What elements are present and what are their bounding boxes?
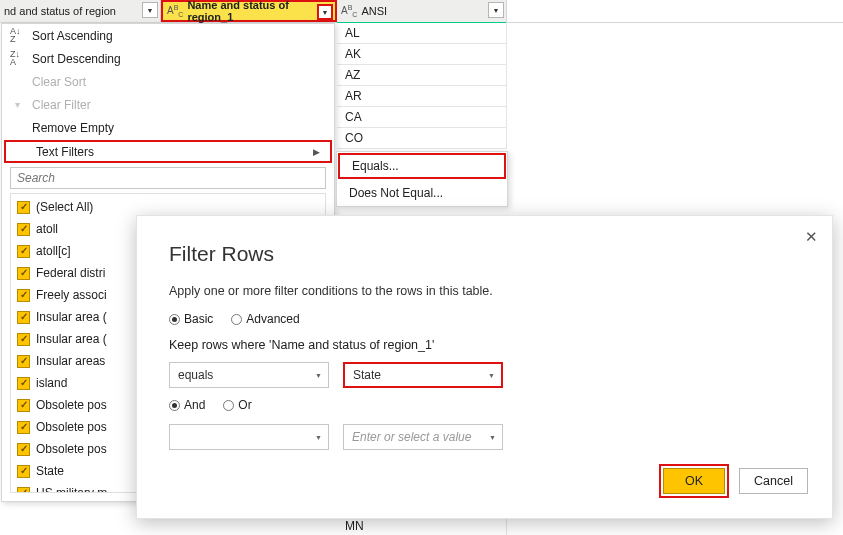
cancel-button[interactable]: Cancel: [739, 468, 808, 494]
caret-down-icon: ▼: [315, 434, 322, 441]
value-label: atoll: [36, 222, 58, 236]
cell[interactable]: AL: [337, 23, 507, 44]
value-label: island: [36, 376, 67, 390]
checkbox-checked-icon[interactable]: [17, 267, 30, 280]
dialog-buttons: OK Cancel: [659, 464, 808, 498]
column-header-row: nd and status of region ▼ ABC Name and s…: [0, 0, 843, 23]
sort-desc-icon: Z↓A: [10, 50, 24, 67]
filter-search: [10, 167, 326, 189]
checkbox-checked-icon[interactable]: [17, 311, 30, 324]
checkbox-checked-icon[interactable]: [17, 377, 30, 390]
checkbox-checked-icon[interactable]: [17, 201, 30, 214]
ok-highlight: OK: [659, 464, 729, 498]
menu-label: Does Not Equal...: [349, 186, 443, 200]
menu-label: Remove Empty: [32, 121, 114, 135]
combiner-or[interactable]: Or: [223, 398, 251, 412]
value-label: State: [36, 464, 64, 478]
select-value: equals: [178, 368, 213, 382]
checkbox-checked-icon[interactable]: [17, 399, 30, 412]
value-label: Federal distri: [36, 266, 105, 280]
radio-label: Basic: [184, 312, 213, 326]
sort-ascending[interactable]: A↓Z Sort Ascending: [2, 24, 334, 47]
value-label: Obsolete pos: [36, 398, 107, 412]
dropdown-icon[interactable]: ▼: [142, 2, 158, 18]
search-input[interactable]: [10, 167, 326, 189]
operator-select-2[interactable]: ▼: [169, 424, 329, 450]
sort-asc-icon: A↓Z: [10, 27, 24, 44]
column-header-label-0: nd and status of region: [4, 5, 116, 17]
column-header-region[interactable]: nd and status of region ▼: [0, 0, 161, 22]
filter-rows-dialog: ✕ Filter Rows Apply one or more filter c…: [136, 215, 833, 519]
value-label: Obsolete pos: [36, 442, 107, 456]
menu-label: Equals...: [352, 159, 399, 173]
placeholder: Enter or select a value: [352, 430, 471, 444]
text-filter-does-not-equal[interactable]: Does Not Equal...: [337, 180, 507, 206]
checkbox-checked-icon[interactable]: [17, 487, 30, 494]
menu-label: Sort Ascending: [32, 29, 113, 43]
text-filters[interactable]: Text Filters ▶: [4, 140, 332, 163]
value-label: Insular areas: [36, 354, 105, 368]
text-filter-equals[interactable]: Equals...: [338, 153, 506, 179]
close-icon[interactable]: ✕: [805, 228, 818, 246]
remove-empty[interactable]: Remove Empty: [2, 116, 334, 139]
checkbox-checked-icon[interactable]: [17, 465, 30, 478]
caret-down-icon: ▼: [315, 372, 322, 379]
checkbox-checked-icon[interactable]: [17, 245, 30, 258]
cell[interactable]: AZ: [337, 65, 507, 86]
value-label: US military m: [36, 486, 107, 493]
mode-advanced[interactable]: Advanced: [231, 312, 299, 326]
cell[interactable]: CA: [337, 107, 507, 128]
datatype-text-icon: ABC: [167, 4, 183, 18]
radio-on-icon: [169, 400, 180, 411]
combiner-and[interactable]: And: [169, 398, 205, 412]
dialog-description: Apply one or more filter conditions to t…: [169, 284, 800, 298]
value-select-2[interactable]: Enter or select a value▼: [343, 424, 503, 450]
keep-rows-text: Keep rows where 'Name and status of regi…: [169, 338, 800, 352]
radio-off-icon: [231, 314, 242, 325]
checkbox-checked-icon[interactable]: [17, 443, 30, 456]
menu-label: Text Filters: [36, 145, 94, 159]
menu-label: Sort Descending: [32, 52, 121, 66]
value-label: (Select All): [36, 200, 93, 214]
caret-down-icon: ▼: [489, 434, 496, 441]
value-label: Insular area (: [36, 332, 107, 346]
operator-select[interactable]: equals▼: [169, 362, 329, 388]
ok-button[interactable]: OK: [663, 468, 725, 494]
column-header-ansi[interactable]: ABC ANSI ▼: [337, 0, 507, 22]
radio-label: And: [184, 398, 205, 412]
checkbox-checked-icon[interactable]: [17, 333, 30, 346]
clear-filter: ▾ Clear Filter: [2, 93, 334, 116]
select-value: State: [353, 368, 381, 382]
checkbox-checked-icon[interactable]: [17, 421, 30, 434]
submenu-arrow-icon: ▶: [313, 147, 320, 157]
column-header-label-1: Name and status of region_1: [187, 0, 331, 23]
checkbox-checked-icon[interactable]: [17, 355, 30, 368]
clear-filter-icon: ▾: [10, 99, 24, 110]
menu-label: Clear Filter: [32, 98, 91, 112]
condition-row-2: ▼ Enter or select a value▼: [169, 424, 800, 450]
sort-descending[interactable]: Z↓A Sort Descending: [2, 47, 334, 70]
value-label: atoll[c]: [36, 244, 71, 258]
dropdown-icon[interactable]: ▼: [317, 4, 333, 20]
cell[interactable]: CO: [337, 128, 507, 149]
value-select[interactable]: State▼: [343, 362, 503, 388]
menu-label: Clear Sort: [32, 75, 86, 89]
text-filters-submenu: Equals... Does Not Equal...: [336, 151, 508, 207]
dialog-title: Filter Rows: [169, 242, 800, 266]
radio-label: Or: [238, 398, 251, 412]
value-label: Obsolete pos: [36, 420, 107, 434]
radio-off-icon: [223, 400, 234, 411]
value-label: Insular area (: [36, 310, 107, 324]
mode-radios: Basic Advanced: [169, 312, 800, 326]
dropdown-icon[interactable]: ▼: [488, 2, 504, 18]
value-label: Freely associ: [36, 288, 107, 302]
checkbox-checked-icon[interactable]: [17, 223, 30, 236]
datatype-text-icon: ABC: [341, 4, 357, 18]
column-header-region-1[interactable]: ABC Name and status of region_1 ▼: [161, 0, 337, 22]
mode-basic[interactable]: Basic: [169, 312, 213, 326]
combiner-radios: And Or: [169, 398, 800, 412]
radio-label: Advanced: [246, 312, 299, 326]
checkbox-checked-icon[interactable]: [17, 289, 30, 302]
cell[interactable]: AK: [337, 44, 507, 65]
cell[interactable]: AR: [337, 86, 507, 107]
